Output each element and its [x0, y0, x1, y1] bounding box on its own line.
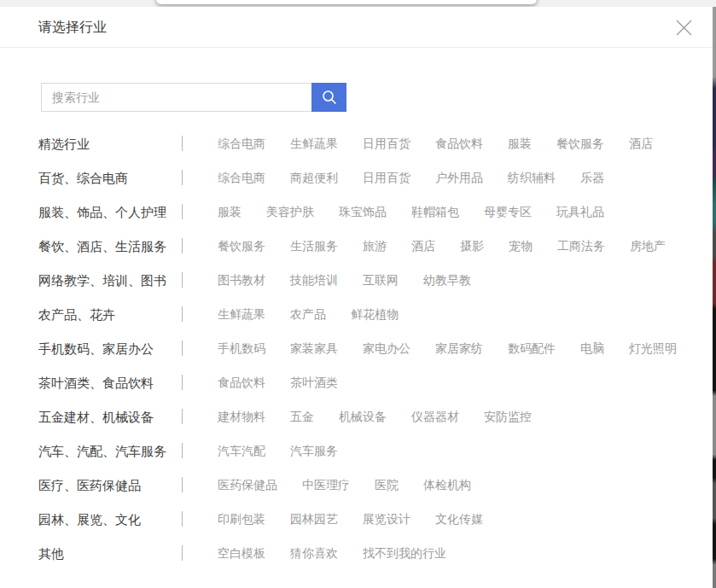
industry-link[interactable]: 建材物料 [218, 410, 265, 425]
industry-link[interactable]: 旅游 [363, 239, 387, 254]
industry-link[interactable]: 工商法务 [557, 239, 605, 254]
chevron-right-icon[interactable] [182, 477, 183, 492]
industry-link[interactable]: 文化传媒 [435, 512, 483, 527]
industry-link[interactable]: 房地产 [630, 239, 666, 254]
chevron-right-icon[interactable] [182, 136, 183, 151]
category-label[interactable]: 茶叶酒类、食品饮料 [38, 376, 182, 392]
industry-link[interactable]: 酒店 [629, 137, 653, 152]
close-button[interactable] [672, 15, 696, 39]
industry-link[interactable]: 图书教材 [218, 273, 265, 288]
industry-link[interactable]: 食品饮料 [435, 137, 483, 152]
industry-link[interactable]: 找不到我的行业 [363, 546, 446, 562]
industry-link[interactable]: 医药保健品 [218, 478, 277, 493]
industry-link[interactable]: 服装 [218, 205, 242, 220]
industry-link[interactable]: 农产品 [290, 307, 326, 323]
category-items: 手机数码家装家具家电办公家居家纺数码配件电脑灯光照明 [218, 341, 716, 357]
industry-link[interactable]: 汽车服务 [290, 444, 338, 459]
industry-link[interactable]: 技能培训 [290, 273, 338, 288]
chevron-right-icon[interactable] [182, 170, 183, 185]
industry-link[interactable]: 乐器 [580, 171, 604, 186]
chevron-right-icon[interactable] [182, 545, 183, 561]
industry-link[interactable]: 灯光照明 [629, 341, 677, 357]
category-label[interactable]: 餐饮、酒店、生活服务 [38, 239, 182, 255]
industry-link[interactable]: 五金 [290, 410, 314, 425]
industry-link[interactable]: 日用百货 [363, 171, 410, 186]
category-label[interactable]: 园林、展览、文化 [38, 512, 182, 528]
industry-link[interactable]: 宠物 [509, 239, 533, 254]
category-label[interactable]: 五金建材、机械设备 [38, 410, 182, 426]
industry-link[interactable]: 机械设备 [339, 410, 387, 425]
industry-link[interactable]: 仪器器材 [411, 410, 459, 425]
industry-link[interactable]: 生活服务 [290, 239, 338, 254]
chevron-right-icon[interactable] [182, 375, 183, 390]
industry-link[interactable]: 手机数码 [218, 341, 265, 357]
category-label[interactable]: 医疗、医药保健品 [38, 478, 182, 494]
industry-link[interactable]: 综合电商 [218, 171, 265, 186]
industry-link[interactable]: 摄影 [460, 239, 484, 254]
category-row: 园林、展览、文化 印刷包装园林园艺展览设计文化传媒 [0, 503, 716, 537]
industry-link[interactable]: 综合电商 [218, 137, 265, 152]
industry-link[interactable]: 空白模板 [218, 546, 265, 562]
industry-link[interactable]: 美容护肤 [266, 205, 314, 220]
chevron-right-icon[interactable] [182, 272, 183, 288]
category-label[interactable]: 精选行业 [38, 137, 182, 153]
category-label[interactable]: 其他 [38, 546, 182, 562]
category-label[interactable]: 手机数码、家居办公 [38, 341, 182, 358]
industry-link[interactable]: 商超便利 [290, 171, 338, 186]
category-label[interactable]: 服装、饰品、个人护理 [38, 205, 182, 221]
industry-link[interactable]: 家装家具 [290, 341, 338, 357]
search-input[interactable] [41, 83, 311, 112]
industry-link[interactable]: 展览设计 [363, 512, 410, 527]
chevron-cell [182, 410, 218, 425]
page-background-right-sliver [713, 7, 716, 588]
industry-link[interactable]: 服装 [508, 137, 532, 152]
industry-link[interactable]: 家电办公 [363, 341, 410, 357]
industry-link[interactable]: 茶叶酒类 [290, 376, 338, 391]
industry-link[interactable]: 安防监控 [484, 410, 532, 425]
industry-link[interactable]: 鲜花植物 [351, 307, 399, 323]
industry-link[interactable]: 餐饮服务 [218, 239, 265, 254]
category-items: 医药保健品中医理疗医院体检机构 [218, 478, 716, 493]
industry-link[interactable]: 餐饮服务 [556, 137, 604, 152]
industry-link[interactable]: 纺织辅料 [508, 171, 556, 186]
industry-link[interactable]: 酒店 [411, 239, 435, 254]
industry-link[interactable]: 互联网 [363, 273, 399, 288]
industry-link[interactable]: 玩具礼品 [556, 205, 604, 220]
industry-link[interactable]: 珠宝饰品 [339, 205, 387, 220]
category-label[interactable]: 汽车、汽配、汽车服务 [38, 444, 182, 460]
chevron-right-icon[interactable] [182, 511, 183, 527]
industry-link[interactable]: 汽车汽配 [218, 444, 265, 459]
search-button[interactable] [311, 83, 346, 112]
industry-link[interactable]: 户外用品 [435, 171, 483, 186]
industry-link[interactable]: 幼教早教 [423, 273, 471, 288]
industry-link[interactable]: 鞋帽箱包 [411, 205, 459, 220]
chevron-right-icon[interactable] [182, 238, 183, 253]
industry-link[interactable]: 猜你喜欢 [290, 546, 338, 562]
industry-link[interactable]: 医院 [375, 478, 399, 493]
category-row: 五金建材、机械设备 建材物料五金机械设备仪器器材安防监控 [0, 400, 716, 434]
industry-link[interactable]: 食品饮料 [218, 376, 265, 391]
chevron-right-icon[interactable] [182, 306, 183, 322]
industry-link[interactable]: 生鲜蔬果 [290, 137, 338, 152]
category-list: 精选行业 综合电商生鲜蔬果日用百货食品饮料服装餐饮服务酒店 百货、综合电商 综合… [0, 127, 716, 571]
category-row: 其他 空白模板猜你喜欢找不到我的行业 [0, 537, 716, 571]
industry-link[interactable]: 体检机构 [423, 478, 471, 493]
industry-link[interactable]: 日用百货 [363, 137, 410, 152]
chevron-right-icon[interactable] [182, 341, 183, 356]
industry-link[interactable]: 家居家纺 [435, 341, 483, 357]
industry-link[interactable]: 生鲜蔬果 [218, 307, 265, 323]
chevron-right-icon[interactable] [182, 204, 183, 219]
industry-link[interactable]: 园林园艺 [290, 512, 338, 527]
industry-link[interactable]: 电脑 [580, 341, 604, 357]
chevron-right-icon[interactable] [182, 443, 183, 458]
category-row: 网络教学、培训、图书 图书教材技能培训互联网幼教早教 [0, 264, 716, 298]
category-label[interactable]: 网络教学、培训、图书 [38, 273, 182, 289]
industry-link[interactable]: 中医理疗 [302, 478, 350, 493]
category-row: 百货、综合电商 综合电商商超便利日用百货户外用品纺织辅料乐器 [0, 161, 716, 195]
industry-link[interactable]: 印刷包装 [218, 512, 265, 527]
industry-link[interactable]: 母婴专区 [484, 205, 532, 220]
category-label[interactable]: 百货、综合电商 [38, 171, 182, 187]
industry-link[interactable]: 数码配件 [508, 341, 556, 357]
chevron-right-icon[interactable] [182, 409, 183, 424]
category-label[interactable]: 农产品、花卉 [38, 307, 182, 323]
